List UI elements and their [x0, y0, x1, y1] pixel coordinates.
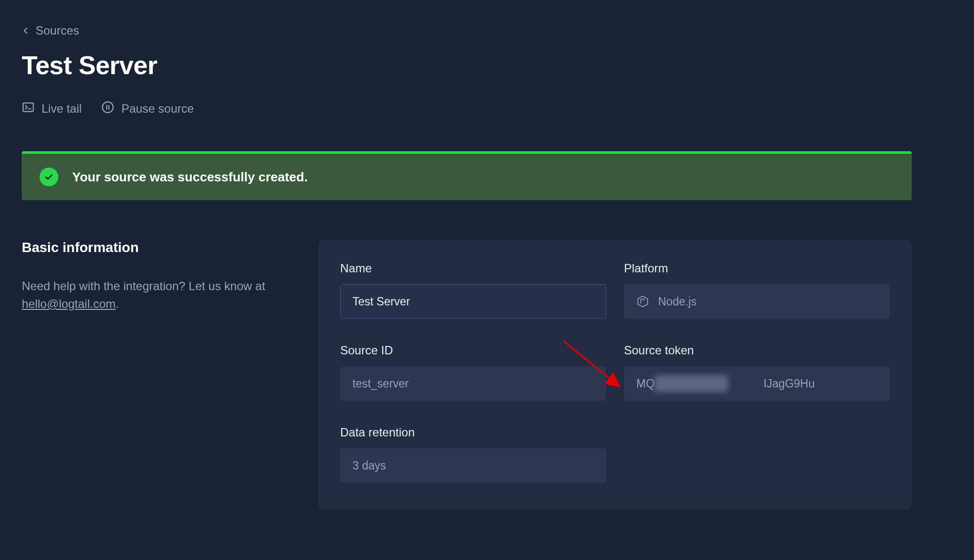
live-tail-button[interactable]: Live tail	[22, 101, 82, 117]
svg-rect-0	[23, 103, 34, 111]
page-title: Test Server	[22, 50, 952, 80]
source-id-display: test_server	[340, 366, 606, 401]
source-token-prefix: MQ	[636, 377, 655, 390]
chevron-left-icon	[22, 24, 30, 38]
breadcrumb-label: Sources	[36, 24, 79, 38]
field-platform: Platform Node.js	[624, 261, 890, 319]
name-input[interactable]: Test Server	[340, 284, 606, 319]
field-data-retention: Data retention 3 days	[340, 426, 606, 483]
section-heading: Basic information	[22, 240, 299, 256]
data-retention-label: Data retention	[340, 426, 606, 439]
source-token-suffix: IJagG9Hu	[763, 377, 815, 390]
live-tail-label: Live tail	[42, 102, 82, 116]
source-id-label: Source ID	[340, 344, 606, 357]
pause-source-button[interactable]: Pause source	[101, 101, 194, 117]
svg-point-2	[103, 102, 114, 113]
data-retention-value: 3 days	[353, 459, 386, 473]
name-label: Name	[340, 261, 606, 275]
success-alert: Your source was successfully created.	[22, 151, 912, 200]
check-circle-icon	[40, 168, 58, 186]
nodejs-icon	[636, 295, 649, 308]
field-name: Name Test Server	[340, 261, 606, 319]
help-suffix: .	[116, 297, 119, 310]
platform-label: Platform	[624, 261, 890, 275]
help-prefix: Need help with the integration? Let us k…	[22, 279, 265, 293]
help-text: Need help with the integration? Let us k…	[22, 277, 299, 313]
pause-source-label: Pause source	[121, 102, 194, 116]
platform-display[interactable]: Node.js	[624, 284, 890, 319]
terminal-icon	[22, 101, 35, 117]
source-id-value: test_server	[353, 377, 409, 390]
source-token-display[interactable]: MQ XXXXXXXXXXXX IJagG9Hu	[624, 366, 890, 401]
pause-icon	[101, 101, 114, 117]
data-retention-display: 3 days	[340, 448, 606, 483]
svg-marker-5	[638, 296, 648, 307]
help-email-link[interactable]: hello@logtail.com	[22, 297, 116, 310]
redacted-region	[654, 375, 728, 392]
page-actions: Live tail Pause source	[22, 101, 952, 117]
platform-value: Node.js	[658, 295, 697, 308]
name-value: Test Server	[353, 295, 410, 308]
basic-info-panel: Name Test Server Platform	[318, 240, 912, 510]
field-source-id: Source ID test_server	[340, 344, 606, 401]
field-source-token: Source token MQ XXXXXXXXXXXX IJagG9Hu	[624, 344, 890, 401]
breadcrumb-back[interactable]: Sources	[22, 24, 79, 38]
source-token-label: Source token	[624, 344, 890, 357]
alert-message: Your source was successfully created.	[72, 170, 308, 185]
